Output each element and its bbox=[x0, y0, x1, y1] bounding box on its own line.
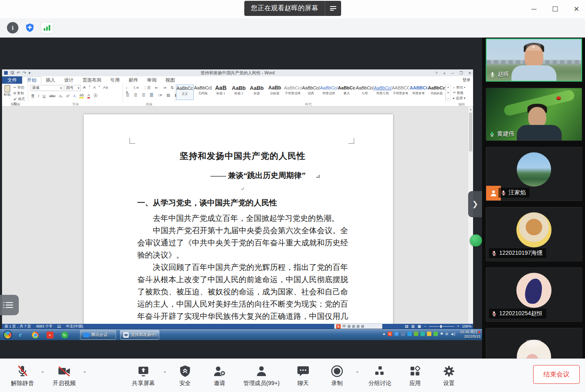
settings-button[interactable]: 设置 bbox=[434, 364, 464, 387]
style-subtle-emphasis[interactable]: AaBbCcD不明显强调 bbox=[284, 85, 301, 100]
participants-scroll-up[interactable]: ˄ bbox=[526, 43, 541, 51]
tab-view[interactable]: 视图 bbox=[161, 76, 179, 84]
style-strong[interactable]: AaBbCc要点 bbox=[338, 85, 355, 100]
enclose-char-icon[interactable]: Ⓐ bbox=[94, 93, 98, 98]
line-spacing-icon[interactable]: ↕≡ bbox=[158, 93, 162, 97]
security-button[interactable]: 安全 bbox=[170, 364, 200, 387]
floating-green-badge[interactable] bbox=[470, 234, 482, 247]
document-page[interactable]: 坚持和发扬中国共产党的人民性 —— 兼谈“跳出历史周期律”₌I ↵ 一、从学习党… bbox=[84, 114, 393, 324]
select-button[interactable]: ▸ 选择 ▾ bbox=[453, 96, 465, 101]
style-intense-emphasis[interactable]: AaBbCcD明显强调 bbox=[320, 85, 337, 100]
italic-button[interactable]: I bbox=[38, 94, 39, 98]
subscript-button[interactable]: x₂ bbox=[59, 94, 63, 98]
network-signal-icon[interactable] bbox=[41, 22, 53, 33]
tray-icon[interactable] bbox=[414, 332, 418, 336]
record-options-chevron[interactable]: ⌃ bbox=[355, 370, 359, 376]
start-button[interactable] bbox=[3, 330, 12, 339]
language-indicator[interactable]: 中文(中国) bbox=[66, 324, 83, 329]
paste-button[interactable]: 粘贴 bbox=[4, 85, 11, 97]
maximize-button[interactable]: ☐ bbox=[550, 4, 560, 15]
tray-icon[interactable] bbox=[420, 332, 425, 336]
start-video-button[interactable]: 开启视频 bbox=[47, 364, 81, 387]
document-canvas[interactable]: 坚持和发扬中国共产党的人民性 —— 兼谈“跳出历史周期律”₌I ↵ 一、从学习党… bbox=[2, 107, 468, 324]
apps-button[interactable]: 应用 bbox=[400, 364, 430, 387]
tray-icon[interactable] bbox=[433, 332, 438, 336]
font-size-combobox[interactable]: 四号▾ bbox=[65, 85, 81, 91]
word-minimize-icon[interactable]: ─ bbox=[451, 71, 454, 75]
style-subtle-reference[interactable]: AABBCCD不明显参考 bbox=[392, 85, 409, 100]
security-shield-icon[interactable] bbox=[24, 22, 36, 33]
breakout-rooms-button[interactable]: 分组讨论 bbox=[361, 364, 399, 387]
participants-scroll-down[interactable]: ˅ bbox=[526, 340, 541, 347]
cut-button[interactable]: ✂ 剪切 bbox=[13, 85, 28, 90]
grow-font-icon[interactable]: A bbox=[83, 85, 86, 91]
watching-banner[interactable]: 您正在观看赵晖的屏幕 bbox=[244, 1, 341, 16]
chat-button[interactable]: 聊天 bbox=[288, 364, 318, 387]
tray-volume-icon[interactable]: ◄) bbox=[450, 332, 455, 336]
copy-button[interactable]: ⧉ 复制 bbox=[13, 91, 28, 96]
tab-design[interactable]: 设计 bbox=[60, 76, 78, 84]
sogou-ime-icon[interactable]: S bbox=[336, 324, 341, 329]
word-close-icon[interactable]: ✕ bbox=[468, 71, 471, 75]
page-indicator[interactable]: 第 1 页，共 7 页 bbox=[4, 324, 31, 329]
participant-tile[interactable]: 1220210254赵恒 bbox=[486, 267, 582, 322]
ime-tool-icon[interactable] bbox=[352, 325, 355, 328]
share-screen-button[interactable]: 共享屏幕 bbox=[125, 364, 162, 387]
align-left-icon[interactable]: ☰ bbox=[126, 93, 130, 97]
tray-icon[interactable] bbox=[427, 332, 431, 336]
tray-icon[interactable]: ? bbox=[394, 332, 399, 336]
green-app-icon[interactable]: ↻ bbox=[60, 331, 69, 339]
unmute-button[interactable]: 解除静音 bbox=[6, 364, 39, 387]
tab-home[interactable]: 开始 bbox=[22, 76, 41, 84]
chat-dock-handle[interactable] bbox=[0, 295, 19, 315]
show-hidden-icons[interactable]: ▲ bbox=[382, 332, 386, 336]
close-button[interactable]: ✕ bbox=[571, 4, 582, 15]
taskbar-clock[interactable]: 15:36 周日 2022/5/15 bbox=[460, 330, 480, 339]
zoom-in-icon[interactable]: + bbox=[457, 324, 459, 328]
style-nospacing[interactable]: AaBbCcD无间隔 bbox=[194, 85, 212, 100]
sign-in-link[interactable]: 登录 bbox=[462, 77, 471, 83]
taskbar-app-meeting[interactable]: 腾讯会议 bbox=[80, 330, 116, 340]
strikethrough-button[interactable]: abc bbox=[49, 94, 55, 98]
scroll-up-arrow[interactable]: ▲ bbox=[468, 107, 473, 112]
zoom-slider[interactable] bbox=[429, 326, 454, 327]
style-normal[interactable]: AaBbCcD正文 bbox=[176, 85, 194, 100]
video-options-chevron[interactable]: ⌃ bbox=[83, 370, 87, 376]
participant-tile[interactable]: 1220210197海燻 bbox=[486, 207, 582, 261]
style-quote[interactable]: AaBbCcD引用 bbox=[356, 85, 373, 100]
tray-flag-icon[interactable]: ⚑ bbox=[440, 332, 443, 336]
tray-icon[interactable] bbox=[407, 332, 412, 336]
chrome-icon[interactable] bbox=[31, 331, 39, 339]
zoom-out-icon[interactable]: − bbox=[424, 324, 426, 328]
ime-language-bar[interactable]: S 中 bbox=[334, 323, 382, 329]
tab-layout[interactable]: 页面布局 bbox=[78, 76, 106, 84]
tab-insert[interactable]: 插入 bbox=[41, 76, 60, 84]
align-center-icon[interactable]: ☰ bbox=[134, 93, 138, 97]
tray-network-icon[interactable]: ılı bbox=[445, 332, 448, 336]
shading-icon[interactable]: ▨ bbox=[166, 93, 170, 97]
red-app-icon[interactable]: ⌁ bbox=[46, 331, 54, 339]
taskbar-app-word[interactable]: W 坚持和发扬中国... bbox=[120, 330, 159, 340]
tray-icon[interactable] bbox=[401, 332, 405, 336]
font-name-combobox[interactable]: 宋体▾ bbox=[31, 85, 63, 91]
tab-mailings[interactable]: 邮件 bbox=[124, 76, 143, 84]
find-button[interactable]: ⌕ 查找 ▾ bbox=[453, 85, 465, 90]
word-restore-icon[interactable]: ❐ bbox=[460, 71, 463, 75]
shrink-font-icon[interactable]: A bbox=[93, 85, 96, 91]
style-intense-reference[interactable]: AABBCCI明显参考 bbox=[410, 85, 427, 100]
change-case-icon[interactable]: Aa bbox=[103, 85, 108, 91]
zoom-slider-thumb[interactable] bbox=[440, 325, 442, 328]
print-layout-icon[interactable]: ▥ bbox=[411, 324, 415, 328]
text-effects-icon[interactable]: A bbox=[73, 94, 76, 98]
tray-sogou-icon[interactable]: S bbox=[388, 332, 392, 336]
ime-tool-icon[interactable] bbox=[348, 325, 351, 328]
participant-tile[interactable]: 汪家焰 bbox=[486, 147, 582, 201]
superscript-button[interactable]: x² bbox=[66, 94, 69, 98]
record-button[interactable]: 录制 bbox=[322, 364, 352, 387]
tab-references[interactable]: 引用 bbox=[106, 76, 124, 84]
participant-tile[interactable]: 黄建伟 bbox=[486, 88, 582, 141]
style-heading2[interactable]: AaBb标题 2 bbox=[230, 85, 248, 100]
underline-button[interactable]: U bbox=[43, 94, 46, 98]
mic-options-chevron[interactable]: ⌃ bbox=[40, 370, 45, 376]
minimize-button[interactable]: ─ bbox=[529, 4, 539, 15]
